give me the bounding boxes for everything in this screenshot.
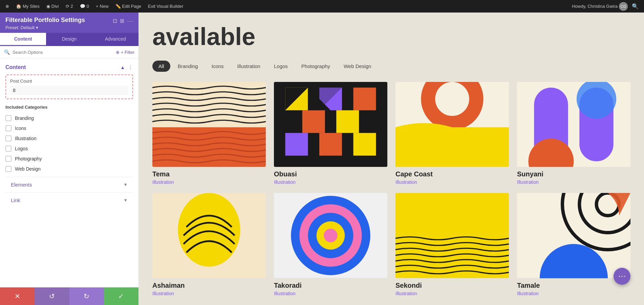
elements-label: Elements	[11, 182, 32, 188]
search-bar: 🔍 ⊕ + Filter	[0, 46, 138, 59]
post-count-input[interactable]	[10, 86, 128, 95]
category-label-branding: Branding	[15, 115, 34, 121]
wp-logo[interactable]: ⊕	[3, 0, 12, 13]
checkbox-illustration[interactable]	[5, 135, 12, 141]
filter-tab-branding[interactable]: Branding	[172, 61, 204, 72]
svg-rect-8	[285, 133, 308, 156]
new-link[interactable]: + New	[93, 0, 111, 13]
portfolio-cat-sunyani[interactable]: Illustration	[517, 179, 630, 185]
checkbox-photography[interactable]	[5, 156, 12, 162]
avatar[interactable]: CG	[619, 2, 628, 11]
portfolio-title-cape-coast: Cape Coast	[395, 170, 509, 178]
category-item-photography[interactable]: Photography	[5, 154, 133, 164]
link-header[interactable]: Link ▼	[5, 193, 133, 208]
cycle-link[interactable]: ⟳ 2	[63, 0, 76, 13]
more-options-icon[interactable]: ⋯	[127, 17, 133, 25]
cancel-button[interactable]: ✕	[0, 287, 35, 305]
divi-icon: ◉	[46, 4, 50, 9]
portfolio-item-ashaiman[interactable]: Ashaiman Illustration	[152, 193, 266, 296]
redo-button[interactable]: ↻	[69, 287, 104, 305]
tab-advanced[interactable]: Advanced	[92, 33, 138, 46]
checkbox-branding[interactable]	[5, 115, 12, 121]
filter-button[interactable]: ⊕ + Filter	[116, 50, 134, 55]
portfolio-item-obuasi[interactable]: Obuasi Illustration	[274, 82, 387, 185]
panel-content: Content ▲ ⋮ Post Count Included Categori…	[0, 59, 138, 287]
cancel-icon: ✕	[15, 292, 20, 300]
panel-preset[interactable]: Preset: Default ▾	[5, 25, 133, 30]
portfolio-cat-cape-coast[interactable]: Illustration	[395, 179, 509, 185]
divi-link[interactable]: ◉ Divi	[44, 0, 62, 13]
comments-icon: 💬	[80, 4, 85, 9]
my-sites-link[interactable]: 🏠 My Sites	[13, 0, 42, 13]
more-icon[interactable]: ⋮	[128, 64, 133, 70]
portfolio-cat-takoradi[interactable]: Illustration	[274, 291, 387, 296]
portfolio-item-takoradi[interactable]: Takoradi Illustration	[274, 193, 387, 296]
category-item-icons[interactable]: Icons	[5, 123, 133, 133]
edit-page-link[interactable]: ✏️ Edit Page	[113, 0, 144, 13]
filter-tab-web-design[interactable]: Web Design	[338, 61, 377, 72]
portfolio-thumb-obuasi	[274, 82, 387, 167]
main-layout: Filterable Portfolio Settings ⊡ ⊞ ⋯ Pres…	[0, 13, 644, 305]
section-controls: ▲ ⋮	[120, 64, 133, 70]
portfolio-item-sekondi[interactable]: Sekondi Illustration	[395, 193, 509, 296]
checkbox-web-design[interactable]	[5, 166, 12, 172]
category-label-web-design: Web Design	[15, 166, 41, 172]
portfolio-thumb-tamale	[517, 193, 630, 278]
content-section-header: Content ▲ ⋮	[5, 64, 133, 70]
admin-search-icon[interactable]: 🔍	[629, 3, 641, 9]
fab-button[interactable]: ⋯	[614, 268, 630, 285]
fab-icon: ⋯	[618, 272, 626, 281]
tab-content[interactable]: Content	[0, 33, 46, 46]
portfolio-cat-sekondi[interactable]: Illustration	[395, 291, 509, 296]
exit-visual-builder-link[interactable]: Exit Visual Builder	[145, 0, 186, 13]
portfolio-thumb-tema	[152, 82, 266, 167]
redo-icon: ↻	[84, 292, 89, 300]
included-categories-label: Included Categories	[5, 105, 133, 110]
portfolio-thumb-sunyani	[517, 82, 630, 167]
elements-chevron-icon: ▼	[123, 182, 128, 187]
post-count-box: Post Count	[5, 74, 133, 99]
category-label-icons: Icons	[15, 126, 26, 131]
category-item-web-design[interactable]: Web Design	[5, 164, 133, 174]
panel-tabs: Content Design Advanced	[0, 33, 138, 46]
comments-link[interactable]: 💬 0	[77, 0, 92, 13]
portfolio-cat-tamale[interactable]: Illustration	[517, 291, 630, 296]
panel-header: Filterable Portfolio Settings ⊡ ⊞ ⋯ Pres…	[0, 13, 138, 33]
search-icon: 🔍	[4, 49, 10, 55]
elements-header[interactable]: Elements ▼	[5, 177, 133, 192]
category-item-illustration[interactable]: Illustration	[5, 133, 133, 144]
search-input[interactable]	[13, 50, 113, 55]
filter-tab-logos[interactable]: Logos	[268, 61, 294, 72]
portfolio-cat-tema[interactable]: Illustration	[152, 179, 266, 185]
filter-tab-illustration[interactable]: Illustration	[231, 61, 266, 72]
window-icon[interactable]: ⊡	[113, 18, 117, 24]
elements-section: Elements ▼	[5, 177, 133, 192]
portfolio-cat-ashaiman[interactable]: Illustration	[152, 291, 266, 296]
chevron-up-icon[interactable]: ▲	[120, 65, 125, 70]
filter-tab-photography[interactable]: Photography	[295, 61, 336, 72]
portfolio-item-tamale[interactable]: Tamale Illustration	[517, 193, 630, 296]
svg-point-24	[178, 193, 240, 267]
grid-icon[interactable]: ⊞	[120, 18, 124, 24]
tab-design[interactable]: Design	[46, 33, 92, 46]
checkbox-logos[interactable]	[5, 146, 12, 152]
category-item-branding[interactable]: Branding	[5, 113, 133, 123]
save-icon: ✓	[118, 292, 124, 300]
portfolio-item-cape-coast[interactable]: Cape Coast Illustration	[395, 82, 509, 185]
checkbox-icons[interactable]	[5, 125, 12, 131]
portfolio-thumb-ashaiman	[152, 193, 266, 278]
undo-button[interactable]: ↺	[35, 287, 69, 305]
portfolio-cat-obuasi[interactable]: Illustration	[274, 179, 387, 185]
save-button[interactable]: ✓	[104, 287, 138, 305]
svg-rect-9	[353, 133, 376, 156]
portfolio-item-sunyani[interactable]: Sunyani Illustration	[517, 82, 630, 185]
filter-tab-all[interactable]: All	[152, 61, 170, 72]
portfolio-title-tema: Tema	[152, 170, 266, 178]
svg-rect-6	[302, 110, 325, 133]
svg-rect-5	[353, 88, 376, 110]
portfolio-item-tema[interactable]: Tema Illustration	[152, 82, 266, 185]
filter-tab-icons[interactable]: Icons	[206, 61, 230, 72]
admin-bar: ⊕ 🏠 My Sites ◉ Divi ⟳ 2 💬 0 + New ✏️ Edi…	[0, 0, 644, 13]
filter-icon: ⊕	[116, 50, 120, 55]
category-item-logos[interactable]: Logos	[5, 144, 133, 154]
